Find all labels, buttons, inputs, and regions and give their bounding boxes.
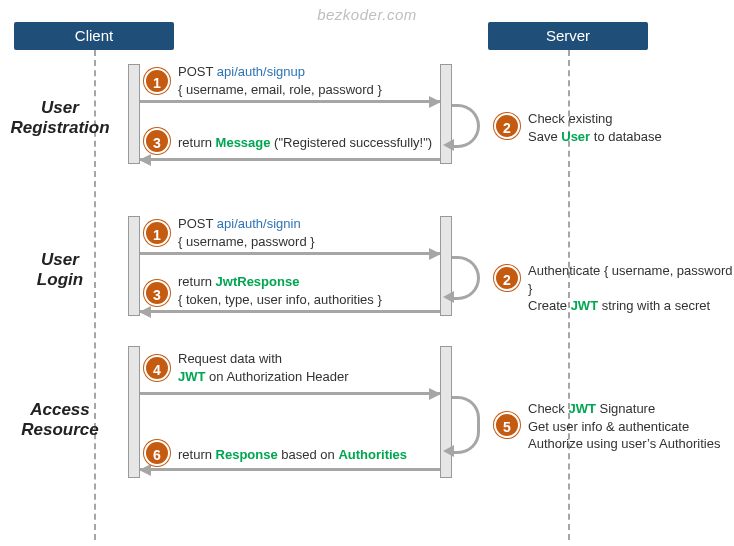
step-reg-1: 1 — [144, 68, 170, 94]
arrow-reg-1 — [140, 100, 440, 103]
text: { token, type, user info, authorities } — [178, 292, 382, 307]
loop-acc-5 — [452, 396, 480, 454]
activation-server-acc — [440, 346, 452, 478]
text: JwtResponse — [216, 274, 300, 289]
text: return — [178, 274, 216, 289]
text: User — [561, 129, 590, 144]
activation-client-acc — [128, 346, 140, 478]
section-login: User Login — [0, 250, 120, 290]
text: Create — [528, 298, 571, 313]
watermark: bezkoder.com — [317, 6, 417, 23]
step-login-2: 2 — [494, 265, 520, 291]
msg-acc-4: Request data with JWT on Authorization H… — [178, 350, 349, 385]
msg-reg-1: POST api/auth/signup { username, email, … — [178, 63, 382, 98]
msg-login-2: Authenticate { username, password } Crea… — [528, 262, 734, 315]
lane-header-client: Client — [14, 22, 174, 50]
lane-header-server: Server — [488, 22, 648, 50]
text: { username, email, role, password } — [178, 82, 382, 97]
text: Signature — [596, 401, 655, 416]
section-text: Resource — [21, 420, 98, 439]
text: Authorities — [338, 447, 407, 462]
text: ("Registered successfully!") — [271, 135, 433, 150]
step-acc-5: 5 — [494, 412, 520, 438]
text: string with a secret — [598, 298, 710, 313]
text: Save — [528, 129, 561, 144]
text: Message — [216, 135, 271, 150]
arrow-login-3 — [140, 310, 440, 313]
step-login-3: 3 — [144, 280, 170, 306]
text: { username, password } — [178, 234, 315, 249]
step-login-1: 1 — [144, 220, 170, 246]
text: Get user info & authenticate — [528, 419, 689, 434]
activation-client-reg — [128, 64, 140, 164]
endpoint: api/auth/signin — [217, 216, 301, 231]
text: to database — [590, 129, 662, 144]
section-registration: User Registration — [0, 98, 120, 138]
text: on Authorization Header — [205, 369, 348, 384]
msg-acc-6: return Response based on Authorities — [178, 446, 407, 464]
text: JWT — [571, 298, 598, 313]
text: Check — [528, 401, 568, 416]
msg-reg-2: Check existing Save User to database — [528, 110, 662, 145]
arrow-reg-3 — [140, 158, 440, 161]
text: Authorize using user’s Authorities — [528, 436, 720, 451]
text: Check existing — [528, 111, 613, 126]
loop-login-2 — [452, 256, 480, 300]
text: JWT — [178, 369, 205, 384]
section-text: Login — [37, 270, 83, 289]
text: POST — [178, 64, 217, 79]
activation-client-login — [128, 216, 140, 316]
arrow-login-1 — [140, 252, 440, 255]
step-acc-4: 4 — [144, 355, 170, 381]
text: based on — [278, 447, 339, 462]
msg-login-1: POST api/auth/signin { username, passwor… — [178, 215, 315, 250]
text: return — [178, 135, 216, 150]
text: Request data with — [178, 351, 282, 366]
text: Response — [216, 447, 278, 462]
text: POST — [178, 216, 217, 231]
section-access: Access Resource — [0, 400, 120, 440]
arrow-acc-6 — [140, 468, 440, 471]
step-reg-3: 3 — [144, 128, 170, 154]
endpoint: api/auth/signup — [217, 64, 305, 79]
text: Authenticate { username, password } — [528, 263, 733, 296]
section-text: User — [41, 250, 79, 269]
step-reg-2: 2 — [494, 113, 520, 139]
section-text: Registration — [10, 118, 109, 137]
msg-acc-5: Check JWT Signature Get user info & auth… — [528, 400, 720, 453]
arrow-acc-4 — [140, 392, 440, 395]
msg-login-3: return JwtResponse { token, type, user i… — [178, 273, 382, 308]
text: JWT — [568, 401, 595, 416]
msg-reg-3: return Message ("Registered successfully… — [178, 134, 432, 152]
text: return — [178, 447, 216, 462]
section-text: Access — [30, 400, 90, 419]
section-text: User — [41, 98, 79, 117]
loop-reg-2 — [452, 104, 480, 148]
step-acc-6: 6 — [144, 440, 170, 466]
